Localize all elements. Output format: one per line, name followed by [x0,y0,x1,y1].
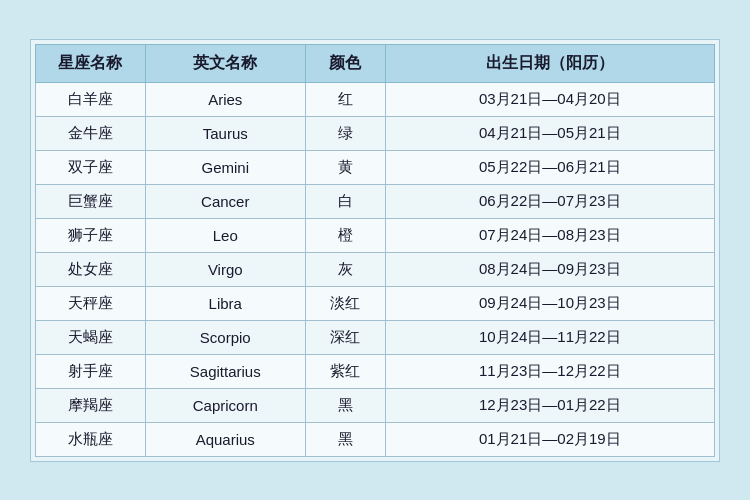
header-english: 英文名称 [145,44,305,82]
cell-english: Leo [145,218,305,252]
cell-date: 06月22日—07月23日 [385,184,714,218]
cell-chinese: 水瓶座 [36,422,146,456]
header-color: 颜色 [305,44,385,82]
cell-chinese: 狮子座 [36,218,146,252]
cell-english: Libra [145,286,305,320]
cell-date: 11月23日—12月22日 [385,354,714,388]
cell-color: 白 [305,184,385,218]
cell-color: 黑 [305,422,385,456]
table-header-row: 星座名称 英文名称 颜色 出生日期（阳历） [36,44,715,82]
cell-english: Sagittarius [145,354,305,388]
table-row: 双子座Gemini黄05月22日—06月21日 [36,150,715,184]
table-row: 处女座Virgo灰08月24日—09月23日 [36,252,715,286]
cell-english: Taurus [145,116,305,150]
cell-english: Gemini [145,150,305,184]
cell-english: Aquarius [145,422,305,456]
cell-color: 灰 [305,252,385,286]
cell-chinese: 双子座 [36,150,146,184]
cell-chinese: 处女座 [36,252,146,286]
cell-color: 红 [305,82,385,116]
cell-chinese: 白羊座 [36,82,146,116]
header-chinese: 星座名称 [36,44,146,82]
cell-date: 01月21日—02月19日 [385,422,714,456]
cell-date: 03月21日—04月20日 [385,82,714,116]
cell-color: 黄 [305,150,385,184]
table-row: 巨蟹座Cancer白06月22日—07月23日 [36,184,715,218]
zodiac-table: 星座名称 英文名称 颜色 出生日期（阳历） 白羊座Aries红03月21日—04… [35,44,715,457]
cell-english: Capricorn [145,388,305,422]
cell-color: 淡红 [305,286,385,320]
cell-english: Scorpio [145,320,305,354]
cell-date: 09月24日—10月23日 [385,286,714,320]
cell-chinese: 巨蟹座 [36,184,146,218]
table-row: 水瓶座Aquarius黑01月21日—02月19日 [36,422,715,456]
table-row: 金牛座Taurus绿04月21日—05月21日 [36,116,715,150]
table-row: 天秤座Libra淡红09月24日—10月23日 [36,286,715,320]
cell-color: 紫红 [305,354,385,388]
cell-color: 黑 [305,388,385,422]
cell-color: 深红 [305,320,385,354]
cell-english: Cancer [145,184,305,218]
cell-english: Virgo [145,252,305,286]
cell-date: 08月24日—09月23日 [385,252,714,286]
cell-date: 05月22日—06月21日 [385,150,714,184]
table-row: 天蝎座Scorpio深红10月24日—11月22日 [36,320,715,354]
table-row: 白羊座Aries红03月21日—04月20日 [36,82,715,116]
zodiac-table-container: 星座名称 英文名称 颜色 出生日期（阳历） 白羊座Aries红03月21日—04… [30,39,720,462]
table-row: 狮子座Leo橙07月24日—08月23日 [36,218,715,252]
cell-date: 07月24日—08月23日 [385,218,714,252]
table-row: 摩羯座Capricorn黑12月23日—01月22日 [36,388,715,422]
cell-chinese: 天秤座 [36,286,146,320]
cell-english: Aries [145,82,305,116]
cell-chinese: 天蝎座 [36,320,146,354]
cell-chinese: 金牛座 [36,116,146,150]
table-row: 射手座Sagittarius紫红11月23日—12月22日 [36,354,715,388]
header-date: 出生日期（阳历） [385,44,714,82]
cell-date: 04月21日—05月21日 [385,116,714,150]
cell-date: 10月24日—11月22日 [385,320,714,354]
cell-chinese: 射手座 [36,354,146,388]
cell-chinese: 摩羯座 [36,388,146,422]
cell-date: 12月23日—01月22日 [385,388,714,422]
cell-color: 橙 [305,218,385,252]
cell-color: 绿 [305,116,385,150]
